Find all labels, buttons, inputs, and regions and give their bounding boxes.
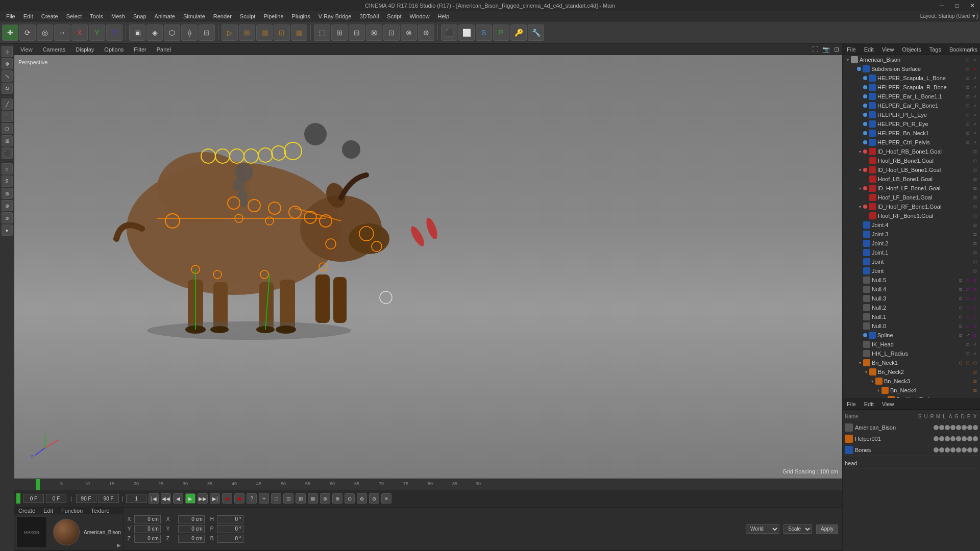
sidebar-tool1[interactable]: ╱ bbox=[2, 98, 13, 110]
tree-item-joint4[interactable]: Joint.4 ⊡ bbox=[843, 220, 980, 230]
menu-pipeline[interactable]: Pipeline bbox=[259, 12, 287, 20]
toolbar-y[interactable]: Y bbox=[89, 24, 105, 41]
tree-item-hoof-lf[interactable]: Hoof_LF_Bone1.Goal ⊡ bbox=[843, 193, 980, 202]
tree-item-joint-a[interactable]: Joint ⊡ bbox=[843, 257, 980, 266]
transport-key11[interactable]: ≡ bbox=[381, 493, 391, 504]
transport-key9[interactable]: ⊛ bbox=[357, 493, 367, 504]
obj-tab-tags[interactable]: Tags bbox=[927, 46, 943, 53]
menu-tools[interactable]: Tools bbox=[86, 12, 107, 20]
toolbar-view6[interactable]: ⊗ bbox=[401, 24, 417, 41]
tree-item-joint3[interactable]: Joint.3 ⊡ bbox=[843, 230, 980, 239]
tree-item-american-bison[interactable]: ▾ American_Bison ⊡ ✓ bbox=[843, 55, 980, 64]
coord-b-input[interactable] bbox=[217, 535, 243, 543]
menu-simulate[interactable]: Simulate bbox=[179, 12, 209, 20]
toolbar-render1[interactable]: ▷ bbox=[222, 24, 238, 41]
tree-item-ik-head[interactable]: IK_Head ⊡✓ bbox=[843, 340, 980, 349]
transport-key6[interactable]: ⊗ bbox=[320, 493, 330, 504]
tree-item-hoof-rf[interactable]: Hoof_RF_Bone1.Goal ⊡ bbox=[843, 211, 980, 220]
sidebar-select[interactable]: ⊹ bbox=[2, 46, 13, 57]
tree-item-helper-ear-l[interactable]: HELPER_Ear_L_Bone1.1 ⊡✓ bbox=[843, 92, 980, 101]
material-ball[interactable] bbox=[53, 519, 80, 545]
toolbar-select[interactable]: ✚ bbox=[2, 24, 18, 41]
toolbar-z[interactable]: Z bbox=[106, 24, 122, 41]
menu-create[interactable]: Create bbox=[37, 12, 62, 20]
tree-item-helper-scap-l[interactable]: HELPER_Scapula_L_Bone ⊡✓ bbox=[843, 73, 980, 83]
viewport-canvas[interactable]: Perspective X Y Z Grid Spacing : 100 cm bbox=[14, 55, 842, 479]
vp-tab-panel[interactable]: Panel bbox=[153, 45, 175, 54]
tree-item-id-hoof-rb[interactable]: ▾ ID_Hoof_RB_Bone1.Goal ⊡ bbox=[843, 147, 980, 156]
tree-item-null4[interactable]: Null.4 ⊡ ⊡ ⊡ bbox=[843, 285, 980, 294]
coord-h-input[interactable] bbox=[217, 515, 243, 523]
mat-tab-create[interactable]: Create bbox=[16, 508, 37, 514]
toolbar-view1[interactable]: ⬚ bbox=[314, 24, 330, 41]
props-row-american-bison[interactable]: American_Bison bbox=[845, 422, 978, 433]
tree-item-null2[interactable]: Null.2 ⊡ ⊡ ⊡ bbox=[843, 303, 980, 312]
tree-item-spline[interactable]: Spline ⊡✓ ⊡ bbox=[843, 331, 980, 340]
transport-record[interactable]: ⏺ bbox=[234, 493, 244, 504]
scale-selector[interactable]: Scale Size bbox=[783, 524, 812, 534]
toolbar-move[interactable]: ⟳ bbox=[19, 24, 36, 41]
toolbar-view7[interactable]: ⊕ bbox=[418, 24, 434, 41]
mat-tab-function[interactable]: Function bbox=[59, 508, 85, 514]
transport-key3[interactable]: ⊡ bbox=[283, 493, 293, 504]
toolbar-render2[interactable]: ⊞ bbox=[239, 24, 255, 41]
tree-item-helper-pl-l[interactable]: HELPER_Pl_L_Eye ⊡✓ bbox=[843, 110, 980, 119]
tree-item-joint1[interactable]: Joint.1 ⊡ bbox=[843, 248, 980, 257]
vp-tab-options[interactable]: Options bbox=[100, 45, 128, 54]
coord-x2-input[interactable] bbox=[178, 515, 205, 523]
tree-item-helper-ear-r[interactable]: HELPER_Ear_R_Bone1 ⊡✓ bbox=[843, 101, 980, 110]
tree-item-hoof-lb[interactable]: Hoof_LB_Bone1.Goal ⊡ bbox=[843, 174, 980, 184]
sidebar-rotate[interactable]: ↻ bbox=[2, 83, 13, 94]
coord-z-input[interactable] bbox=[134, 535, 161, 543]
toolbar-extra2[interactable]: ⬜ bbox=[458, 24, 475, 41]
sidebar-tool4[interactable]: ⊞ bbox=[2, 135, 13, 146]
mat-tab-edit[interactable]: Edit bbox=[41, 508, 55, 514]
toolbar-extra1[interactable]: ⬛ bbox=[441, 24, 457, 41]
obj-tab-view[interactable]: View bbox=[880, 46, 896, 53]
ri-sub2[interactable]: ✕ bbox=[972, 66, 978, 72]
sidebar-tool2[interactable]: ⌒ bbox=[2, 111, 13, 122]
transport-prev-key[interactable]: |◀ bbox=[149, 493, 159, 504]
props-row-helper001[interactable]: Helper001 bbox=[845, 433, 978, 444]
tree-item-subdivision[interactable]: Subdivision Surface ⊡ ✕ bbox=[843, 64, 980, 73]
menu-sculpt[interactable]: Sculpt bbox=[236, 12, 260, 20]
vp-tab-filter[interactable]: Filter bbox=[130, 45, 150, 54]
tree-item-hik-l-radius[interactable]: HIK_L_Radius ⊡✓ bbox=[843, 349, 980, 358]
obj-tab-file[interactable]: File bbox=[845, 46, 858, 53]
toolbar-render5[interactable]: ▧ bbox=[291, 24, 307, 41]
menu-animate[interactable]: Animate bbox=[151, 12, 179, 20]
ri-sub1[interactable]: ⊡ bbox=[965, 66, 971, 72]
playhead[interactable] bbox=[36, 479, 40, 490]
menu-plugins[interactable]: Plugins bbox=[288, 12, 314, 20]
sidebar-tool8[interactable]: ⊗ bbox=[2, 188, 13, 199]
tree-item-null3[interactable]: Null.3 ⊡ ⊡ ⊡ bbox=[843, 294, 980, 303]
transport-key10[interactable]: ⊘ bbox=[369, 493, 379, 504]
vp-icon-resize[interactable]: ⛶ bbox=[811, 46, 819, 53]
transport-next-key[interactable]: ▶| bbox=[210, 493, 220, 504]
toolbar-obj3[interactable]: ⬡ bbox=[164, 24, 180, 41]
transport-play[interactable]: ▶ bbox=[185, 493, 195, 504]
toolbar-render4[interactable]: ⊡ bbox=[274, 24, 290, 41]
sidebar-tool3[interactable]: ⬡ bbox=[2, 123, 13, 134]
transport-play-back[interactable]: ◀ bbox=[173, 493, 183, 504]
props-row-bones[interactable]: Bones bbox=[845, 444, 978, 456]
obj-tab-edit[interactable]: Edit bbox=[862, 46, 876, 53]
sidebar-tool9[interactable]: ⊛ bbox=[2, 200, 13, 211]
props-tab-file[interactable]: File bbox=[845, 401, 858, 407]
coord-x-input[interactable] bbox=[134, 515, 161, 523]
tree-item-bn-neck3[interactable]: ▾ Bn_Neck3 ⊡ bbox=[843, 377, 980, 386]
transport-key2[interactable]: □ bbox=[271, 493, 281, 504]
frame-end-input[interactable] bbox=[76, 494, 96, 503]
tree-item-id-hoof-lf[interactable]: ▾ ID_Hoof_LF_Bone1.Goal ⊡ bbox=[843, 184, 980, 193]
tree-item-helper-scap-r[interactable]: HELPER_Scapula_R_Bone ⊡✓ bbox=[843, 83, 980, 92]
maximize-button[interactable]: □ bbox=[949, 0, 965, 11]
transport-key4[interactable]: ⊞ bbox=[296, 493, 306, 504]
obj-tab-objects[interactable]: Objects bbox=[900, 46, 923, 53]
toolbar-obj4[interactable]: ⟠ bbox=[181, 24, 198, 41]
menu-3dtoall[interactable]: 3DToAll bbox=[355, 12, 383, 20]
tree-item-helper-pt-r[interactable]: HELPER_Pt_R_Eye ⊡✓ bbox=[843, 119, 980, 129]
props-row-head[interactable]: head bbox=[845, 458, 978, 469]
vp-tab-cameras[interactable]: Cameras bbox=[39, 45, 70, 54]
toolbar-extra4[interactable]: P bbox=[493, 24, 509, 41]
vp-tab-view[interactable]: View bbox=[16, 45, 37, 54]
